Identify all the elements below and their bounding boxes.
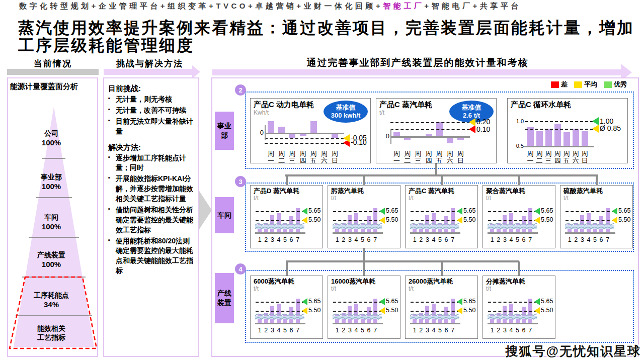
top-header-post: +智能电厂+共享平台 (424, 2, 521, 10)
pyramid-level-kpi: 能效相关工艺指标 (35, 324, 68, 342)
solution-item: 开展能效指标KPI-KAI分解，并逐步按需增加能效相关关键工艺指标计量 (108, 174, 194, 204)
top-header: 数字化转型规划+企业管理平台+组织变革+TVCO+卓越营销+业财一体化回顾+智能… (19, 2, 573, 11)
column-header-right: 通过完善事业部到产线装置层的能效计量和考核 (216, 56, 619, 69)
legend-swatch-red (551, 81, 559, 88)
transition-arrow-icon (199, 191, 212, 229)
pyramid-level-workshop: 车间100% (7, 213, 96, 232)
solution-item: 使用能耗桥和80/20法则确定需要监控的最大能耗点和最关键能能效工艺指标 (108, 236, 194, 277)
row-label-division: 事业部 (215, 112, 234, 150)
banner-bar-gray (7, 69, 99, 75)
challenges-list: 无计量，则无考核 无计量，改善不可持续 目前无法立即大量补缺计量 (108, 95, 194, 137)
legend-swatch-yellow (574, 81, 582, 88)
connector-line (441, 261, 443, 276)
connector-line (286, 261, 288, 276)
challenge-item: 无计量，改善不可持续 (108, 106, 194, 116)
legend-item-excellent: 优秀 (604, 80, 627, 89)
banner-bar-middle (104, 69, 192, 75)
connector-line (518, 261, 520, 276)
connector-line (363, 261, 365, 276)
top-header-pre: 数字化转型规划+企业管理平台+组织变革+TVCO+卓越营销+业财一体化回顾+ (19, 2, 383, 10)
row-label-workshop: 车间 (215, 197, 234, 233)
banner-arrowhead-middle (192, 65, 200, 78)
pyramid-level-company: 公司100% (7, 129, 96, 148)
pyramid-level-line: 产线装置100% (7, 250, 96, 269)
group-number-badge: 3 (235, 176, 246, 187)
challenge-solution-box: 目前挑战: 无计量，则无考核 无计量，改善不可持续 目前无法立即大量补缺计量 解… (103, 77, 199, 357)
top-header-highlight: 智能工厂 (383, 2, 424, 10)
slide: 数字化转型规划+企业管理平台+组织变革+TVCO+卓越营销+业财一体化回顾+智能… (0, 0, 644, 362)
status-legend: 差 平均 优秀 (551, 80, 627, 89)
solution-item: 借助问题树和相关性分析确定需要监控的最关键能效工艺指标 (108, 205, 194, 235)
watermark: 搜狐号@无忧知识星球 (506, 343, 641, 359)
legend-item-bad: 差 (551, 80, 568, 89)
challenge-item: 无计量，则无考核 (108, 95, 194, 105)
solutions-title: 解决方法: (108, 143, 194, 152)
solution-item: 逐步增加工序耗能点计量；同时 (108, 153, 194, 173)
connector-line (435, 163, 437, 175)
group-division-border (245, 92, 634, 169)
column-header-current: 当前情况 (15, 58, 91, 69)
row-label-line: 产线装置 (215, 273, 234, 323)
connector-line (518, 175, 520, 185)
connector-line (363, 175, 365, 185)
column-header-challenge: 挑战与解决方法 (101, 58, 199, 69)
connector-line (286, 175, 288, 185)
connector-line (286, 260, 519, 262)
challenges-title: 目前挑战: (108, 84, 194, 94)
pyramid-level-division: 事业部100% (7, 172, 96, 192)
challenge-item: 目前无法立即大量补缺计量 (108, 117, 194, 137)
banner-bar-right (212, 69, 621, 75)
group-number-badge: 2 (235, 84, 246, 96)
solutions-list: 逐步增加工序耗能点计量；同时 开展能效指标KPI-KAI分解，并逐步按需增加能效… (108, 153, 194, 277)
connector-line (363, 248, 365, 261)
legend-item-average: 平均 (574, 80, 597, 89)
pyramid-level-process-point: 工序耗能点34% (7, 291, 96, 310)
group-line-border (245, 270, 634, 343)
group-number-badge: 4 (235, 263, 246, 275)
connector-line (596, 175, 598, 185)
legend-swatch-green (604, 81, 612, 88)
connector-line (441, 175, 443, 185)
group-workshop-border (245, 183, 634, 252)
page-title: 蒸汽使用效率提升案例来看精益：通过改善项目，完善装置层面能耗计量，增加工序层级耗… (18, 19, 634, 54)
